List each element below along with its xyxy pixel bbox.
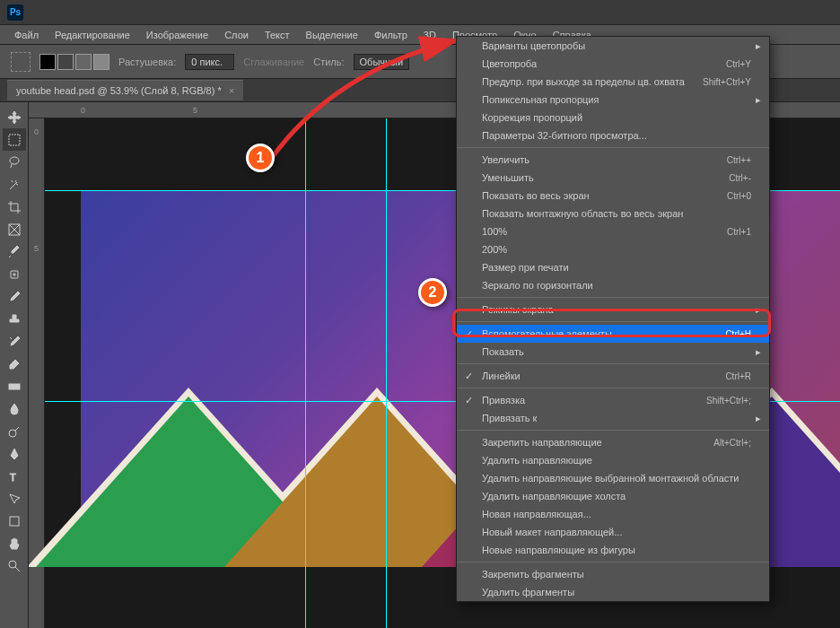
menu-item[interactable]: Удалить направляющие холста bbox=[457, 487, 769, 505]
check-icon: ✓ bbox=[465, 328, 473, 340]
menu-item: Показать монтажную область во весь экран bbox=[457, 205, 769, 222]
blur-tool-icon[interactable] bbox=[3, 397, 26, 420]
menu-item-label: Удалить фрагменты bbox=[482, 587, 574, 597]
menu-shortcut: Ctrl+1 bbox=[727, 227, 751, 237]
shape-tool-icon[interactable] bbox=[3, 510, 26, 532]
photoshop-icon: Ps bbox=[7, 4, 23, 21]
hand-tool-icon[interactable] bbox=[3, 532, 26, 554]
dodge-tool-icon[interactable] bbox=[3, 420, 26, 442]
menu-shortcut: Ctrl+H bbox=[725, 329, 751, 339]
zoom-tool-icon[interactable] bbox=[3, 554, 26, 577]
svg-text:T: T bbox=[10, 472, 16, 483]
guide-vertical[interactable] bbox=[386, 118, 387, 628]
lasso-tool-icon[interactable] bbox=[3, 151, 26, 173]
menu-item-label: Показать bbox=[482, 346, 524, 357]
current-tool-icon[interactable] bbox=[11, 52, 31, 72]
menu-item[interactable]: ✓ЛинейкиCtrl+R bbox=[457, 367, 769, 385]
guide-vertical[interactable] bbox=[305, 118, 306, 628]
style-label: Стиль: bbox=[313, 57, 344, 67]
swatch-bg[interactable] bbox=[57, 54, 74, 70]
menu-separator bbox=[457, 147, 769, 148]
menu-shortcut: Ctrl+0 bbox=[727, 191, 751, 201]
menu-item[interactable]: Новая направляющая... bbox=[457, 505, 769, 523]
menu-item[interactable]: Показать во весь экранCtrl+0 bbox=[457, 187, 769, 205]
document-tab[interactable]: youtube head.psd @ 53.9% (Слой 8, RGB/8)… bbox=[7, 80, 243, 100]
feather-input[interactable] bbox=[185, 54, 234, 70]
close-icon[interactable]: × bbox=[229, 85, 234, 96]
menu-item[interactable]: Зеркало по горизонтали bbox=[457, 276, 769, 294]
history-brush-tool-icon[interactable] bbox=[3, 330, 26, 353]
healing-tool-icon[interactable] bbox=[3, 263, 26, 285]
menu-filter[interactable]: Фильтр bbox=[367, 28, 415, 42]
menu-image[interactable]: Изображение bbox=[139, 28, 215, 42]
svg-rect-0 bbox=[9, 135, 20, 145]
menu-item[interactable]: Попиксельная пропорция▸ bbox=[457, 91, 769, 109]
menu-item-label: Показать монтажную область во весь экран bbox=[482, 208, 683, 219]
tools-panel: T bbox=[0, 102, 29, 628]
menu-item[interactable]: Привязать к▸ bbox=[457, 409, 769, 427]
menu-item[interactable]: УменьшитьCtrl+- bbox=[457, 169, 769, 187]
check-icon: ✓ bbox=[465, 395, 473, 406]
menu-file[interactable]: Файл bbox=[7, 28, 46, 42]
menu-edit[interactable]: Редактирование bbox=[48, 28, 137, 42]
pen-tool-icon[interactable] bbox=[3, 442, 26, 465]
menu-3d[interactable]: 3D bbox=[416, 28, 443, 42]
menu-shortcut: Shift+Ctrl+; bbox=[706, 396, 751, 406]
smooth-label: Сглаживание bbox=[243, 57, 304, 67]
crop-tool-icon[interactable] bbox=[3, 196, 26, 218]
magic-wand-tool-icon[interactable] bbox=[3, 173, 26, 196]
menu-item-label: Привязать к bbox=[482, 413, 537, 423]
menu-item[interactable]: Варианты цветопробы▸ bbox=[457, 37, 769, 55]
menu-item[interactable]: Показать▸ bbox=[457, 343, 769, 361]
move-tool-icon[interactable] bbox=[3, 106, 26, 128]
frame-tool-icon[interactable] bbox=[3, 218, 26, 240]
menu-item: Коррекция пропорций bbox=[457, 109, 769, 126]
menu-item-label: Варианты цветопробы bbox=[482, 40, 585, 51]
menu-item[interactable]: 100%Ctrl+1 bbox=[457, 222, 769, 240]
menu-text[interactable]: Текст bbox=[258, 28, 297, 42]
ruler-tick: 0 bbox=[34, 127, 39, 136]
menu-item[interactable]: 200% bbox=[457, 240, 769, 258]
swatch-4[interactable] bbox=[93, 54, 109, 70]
eyedropper-tool-icon[interactable] bbox=[3, 240, 26, 263]
menu-shortcut: Ctrl+- bbox=[729, 173, 751, 183]
menu-item[interactable]: Закрепить направляющиеAlt+Ctrl+; bbox=[457, 433, 769, 451]
gradient-tool-icon[interactable] bbox=[3, 375, 26, 397]
svg-rect-6 bbox=[10, 517, 19, 526]
menu-separator bbox=[457, 321, 769, 322]
swatch-3[interactable] bbox=[75, 54, 92, 70]
menu-item-label: Закрепить фрагменты bbox=[482, 569, 584, 580]
menu-item[interactable]: Удалить направляющие bbox=[457, 451, 769, 469]
menu-item[interactable]: ✓Вспомогательные элементыCtrl+H bbox=[457, 325, 769, 343]
brush-tool-icon[interactable] bbox=[3, 285, 26, 308]
path-tool-icon[interactable] bbox=[3, 487, 26, 510]
eraser-tool-icon[interactable] bbox=[3, 353, 26, 375]
menu-item[interactable]: Новые направляющие из фигуры bbox=[457, 541, 769, 559]
stamp-tool-icon[interactable] bbox=[3, 308, 26, 330]
menu-item[interactable]: ЦветопробаCtrl+Y bbox=[457, 55, 769, 73]
menu-item-label: Коррекция пропорций bbox=[482, 112, 582, 123]
menu-item: Параметры 32-битного просмотра... bbox=[457, 126, 769, 144]
menu-select[interactable]: Выделение bbox=[299, 28, 365, 42]
menu-item[interactable]: Режимы экрана▸ bbox=[457, 301, 769, 318]
menu-item[interactable]: УвеличитьCtrl++ bbox=[457, 151, 769, 169]
marquee-tool-icon[interactable] bbox=[3, 128, 26, 151]
menu-shortcut: Ctrl++ bbox=[727, 155, 751, 165]
menu-item[interactable]: ✓ПривязкаShift+Ctrl+; bbox=[457, 391, 769, 409]
svg-point-7 bbox=[9, 561, 16, 568]
menu-item-label: Уменьшить bbox=[482, 172, 534, 183]
style-select[interactable]: Обычный bbox=[354, 54, 410, 70]
swatch-fg[interactable] bbox=[39, 54, 56, 70]
submenu-arrow-icon: ▸ bbox=[756, 413, 761, 424]
svg-rect-3 bbox=[9, 384, 20, 389]
menu-item[interactable]: Предупр. при выходе за пределы цв. охват… bbox=[457, 73, 769, 91]
type-tool-icon[interactable]: T bbox=[3, 465, 26, 487]
feather-label: Растушевка: bbox=[118, 57, 176, 67]
ruler-tick: 0 bbox=[81, 106, 85, 115]
menu-item[interactable]: Размер при печати bbox=[457, 258, 769, 276]
menu-item-label: Предупр. при выходе за пределы цв. охват… bbox=[482, 76, 685, 87]
svg-point-4 bbox=[9, 430, 16, 437]
menu-item[interactable]: Новый макет направляющей... bbox=[457, 523, 769, 541]
menu-item[interactable]: Закрепить фрагменты bbox=[457, 565, 769, 583]
menu-layers[interactable]: Слои bbox=[217, 28, 256, 42]
